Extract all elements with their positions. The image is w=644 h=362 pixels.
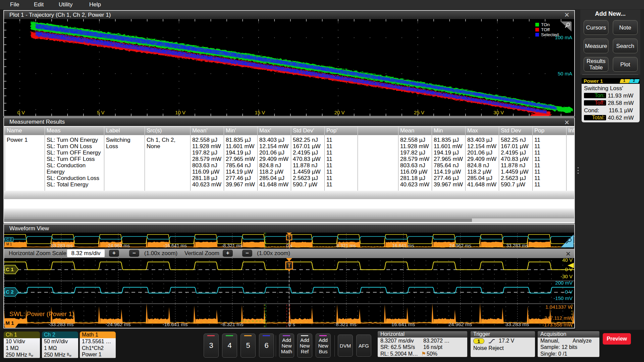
svg-text:33.283 ms: 33.283 ms [506, 243, 528, 248]
svg-text:-24.962 ms: -24.962 ms [106, 243, 130, 248]
svg-text:15 V: 15 V [255, 110, 265, 115]
svg-text:16.641 ms: 16.641 ms [391, 321, 415, 327]
svg-text:-16.641 ms: -16.641 ms [162, 321, 187, 327]
svg-text:0 V: 0 V [565, 266, 573, 272]
svg-text:8.321 ms: 8.321 ms [336, 321, 357, 327]
svg-text:-8.321 ms: -8.321 ms [221, 321, 244, 327]
svg-text:0 V: 0 V [565, 289, 573, 295]
svg-text:T: T [288, 235, 290, 240]
svg-text:1.041337 W: 1.041337 W [545, 304, 573, 310]
svg-text:-33.283 ms: -33.283 ms [48, 321, 73, 327]
svg-text:24.962 ms: 24.962 ms [448, 321, 472, 327]
svg-text:-16.641 ms: -16.641 ms [163, 243, 187, 248]
svg-text:Selected: Selected [541, 32, 559, 37]
svg-text:SWL: Power (Power 1): SWL: Power (Power 1) [9, 310, 74, 317]
svg-text:-30 V: -30 V [560, 274, 573, 279]
svg-text:-150 mV: -150 mV [553, 295, 573, 301]
svg-text:-24.962 ms: -24.962 ms [105, 321, 130, 327]
svg-text:24.962 ms: 24.962 ms [449, 243, 471, 248]
svg-text:-8.321 ms: -8.321 ms [222, 243, 243, 248]
svg-text:5 V: 5 V [97, 110, 105, 115]
svg-text:50 mA: 50 mA [558, 71, 572, 76]
svg-text:C 2: C 2 [6, 238, 12, 241]
svg-text:TOff: TOff [541, 27, 550, 32]
svg-text:M 1: M 1 [5, 320, 14, 326]
svg-text:-33.283 ms: -33.283 ms [49, 243, 73, 248]
svg-text:30 V: 30 V [493, 110, 504, 115]
svg-text:33.283 ms: 33.283 ms [505, 321, 529, 327]
svg-text:40 V: 40 V [562, 258, 573, 263]
svg-text:25 V: 25 V [414, 110, 424, 115]
svg-text:16.641 ms: 16.641 ms [392, 243, 414, 248]
svg-text:0 V: 0 V [17, 110, 25, 115]
svg-text:M 1: M 1 [6, 242, 12, 246]
svg-text:0 s: 0 s [288, 321, 295, 327]
svg-text:T: T [287, 263, 291, 268]
svg-text:C 1: C 1 [6, 266, 13, 272]
svg-text:347.112 mW: 347.112 mW [544, 315, 573, 321]
svg-text:TOn: TOn [541, 22, 550, 27]
svg-text:-173.556 mW: -173.556 mW [542, 322, 573, 327]
svg-text:10 V: 10 V [175, 110, 185, 115]
svg-text:C 2: C 2 [6, 289, 13, 295]
svg-text:8.321 ms: 8.321 ms [336, 243, 356, 248]
svg-text:20 V: 20 V [334, 110, 345, 115]
svg-text:200 mV: 200 mV [555, 280, 573, 286]
